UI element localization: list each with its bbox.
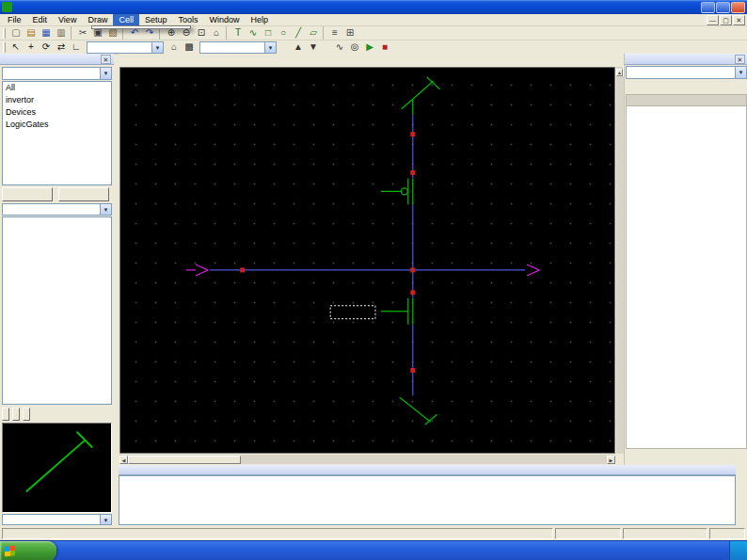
schematic-canvas[interactable] <box>119 67 615 454</box>
run-icon[interactable]: ▶ <box>362 40 377 54</box>
scrollbar-thumb[interactable] <box>128 456 241 464</box>
cut-icon[interactable]: ✂ <box>75 26 90 40</box>
status-mode <box>555 528 621 539</box>
command-panel <box>119 465 736 525</box>
command-panel-header <box>119 465 736 475</box>
command-console[interactable] <box>119 475 736 525</box>
horizontal-scrollbar[interactable]: ◀ ▶ <box>119 455 615 464</box>
scroll-right-icon[interactable]: ▶ <box>607 456 615 464</box>
toolbar-grip[interactable] <box>3 28 6 39</box>
measure-tool-icon[interactable]: ∟ <box>69 40 84 54</box>
cell-filter-combo[interactable]: ▼ <box>2 203 112 216</box>
schematic-drawing <box>120 68 614 453</box>
new-file-icon[interactable]: ▢ <box>8 26 24 40</box>
vdd-symbol <box>402 81 434 109</box>
menubar-item[interactable]: Edit <box>27 14 54 25</box>
grid-icon[interactable]: ⊞ <box>342 26 358 40</box>
chevron-down-icon: ▼ <box>264 42 276 53</box>
toolbar-grip[interactable] <box>3 42 6 53</box>
menubar-item[interactable]: Tools <box>172 14 203 25</box>
menubar-item[interactable]: Cell <box>113 14 139 25</box>
zoom-box-icon[interactable]: ⊡ <box>194 26 209 40</box>
wires <box>210 115 525 396</box>
status-blank <box>623 528 707 539</box>
remove-library-button[interactable] <box>58 187 109 201</box>
mdi-close-icon[interactable]: ✕ <box>733 15 745 25</box>
menubar-item[interactable]: Setup <box>139 14 173 25</box>
probe-icon[interactable]: ◎ <box>347 40 362 54</box>
properties-icon[interactable]: ≡ <box>327 26 342 40</box>
close-icon[interactable]: ✕ <box>101 55 111 64</box>
wire-tool-icon[interactable]: ∿ <box>246 26 261 40</box>
status-message <box>2 528 553 539</box>
net-highlight-icon[interactable]: ∿ <box>332 40 347 54</box>
status-bar <box>0 527 747 540</box>
library-list-item[interactable]: Devices <box>3 106 111 119</box>
open-file-icon[interactable]: ▤ <box>24 26 39 40</box>
library-combo[interactable]: ▼ <box>2 67 112 80</box>
print-icon[interactable]: ▥ <box>54 26 69 40</box>
pan-tool-icon[interactable]: + <box>24 40 39 54</box>
library-buttons <box>2 187 112 201</box>
maximize-button[interactable] <box>716 2 730 13</box>
toolbar-group-c: ▲ ▼ <box>291 40 321 54</box>
add-library-button[interactable] <box>2 187 53 201</box>
symbol-preview-drawing <box>3 424 111 510</box>
chevron-down-icon: ▼ <box>735 67 746 78</box>
app-icon <box>2 2 12 12</box>
hierarchy-up-icon[interactable]: ▲ <box>291 40 306 54</box>
selection-box <box>330 306 375 319</box>
mdi-minimize-icon[interactable]: — <box>707 15 719 25</box>
preview-view-combo[interactable]: ▼ <box>2 514 112 525</box>
home-view-icon[interactable]: ⌂ <box>167 40 182 54</box>
instance-cell-button[interactable] <box>12 408 20 421</box>
menubar-item[interactable]: Window <box>203 14 245 25</box>
layers-icon[interactable]: ▩ <box>182 40 197 54</box>
property-section-header[interactable] <box>627 95 746 106</box>
properties-target-combo[interactable]: ▼ <box>626 66 747 79</box>
stop-icon[interactable]: ■ <box>377 40 392 54</box>
text-tool-icon[interactable]: T <box>230 26 246 40</box>
circle-tool-icon[interactable]: ○ <box>276 26 291 40</box>
start-button[interactable] <box>0 541 56 560</box>
menubar-item[interactable]: Draw <box>82 14 113 25</box>
status-indicator <box>709 528 745 539</box>
close-button[interactable] <box>731 2 745 13</box>
hierarchy-down-icon[interactable]: ▼ <box>306 40 321 54</box>
select-tool-icon[interactable]: ↖ <box>8 40 24 54</box>
line-tool-icon[interactable]: ╱ <box>291 26 306 40</box>
rotate-tool-icon[interactable]: ⟳ <box>39 40 54 54</box>
mirror-tool-icon[interactable]: ⇄ <box>54 40 69 54</box>
toolbar-button[interactable] <box>226 26 229 40</box>
grid-combo[interactable]: ▼ <box>199 41 277 54</box>
chevron-down-icon: ▼ <box>151 42 163 53</box>
close-icon[interactable]: ✕ <box>735 55 745 64</box>
find-cell-button[interactable] <box>23 408 30 421</box>
toolbar-button[interactable] <box>71 26 73 40</box>
cell-list <box>2 216 112 405</box>
polygon-tool-icon[interactable]: ▱ <box>306 26 321 40</box>
menubar-item[interactable]: Help <box>245 14 274 25</box>
library-list-item[interactable]: LogicGates <box>3 119 111 131</box>
scroll-up-icon[interactable]: ▲ <box>616 69 623 76</box>
mdi-window-controls: — ▢ ✕ <box>707 15 745 25</box>
system-tray <box>729 541 747 560</box>
properties-toolbar <box>626 80 747 93</box>
open-cell-button[interactable] <box>2 408 9 421</box>
library-list-item[interactable]: All <box>3 82 111 94</box>
properties-panel: ✕ ▼ <box>624 54 747 465</box>
menubar-item[interactable]: View <box>53 14 82 25</box>
library-list-item[interactable]: invertor <box>3 94 111 106</box>
save-icon[interactable]: ▦ <box>39 26 54 40</box>
view-combo[interactable]: ▼ <box>87 41 164 54</box>
windows-flag-icon <box>5 545 15 556</box>
toolbar-button[interactable] <box>323 26 326 40</box>
symbol-preview <box>2 423 112 513</box>
menubar-item[interactable]: File <box>2 14 27 25</box>
mdi-restore-icon[interactable]: ▢ <box>720 15 732 25</box>
minimize-button[interactable] <box>701 2 715 13</box>
scroll-left-icon[interactable]: ◀ <box>119 456 128 464</box>
box-tool-icon[interactable]: □ <box>261 26 276 40</box>
toolbar-group-a: ↖ + ⟳ ⇄ ∟ <box>8 40 84 54</box>
zoom-fit-icon[interactable]: ⌂ <box>209 26 224 40</box>
